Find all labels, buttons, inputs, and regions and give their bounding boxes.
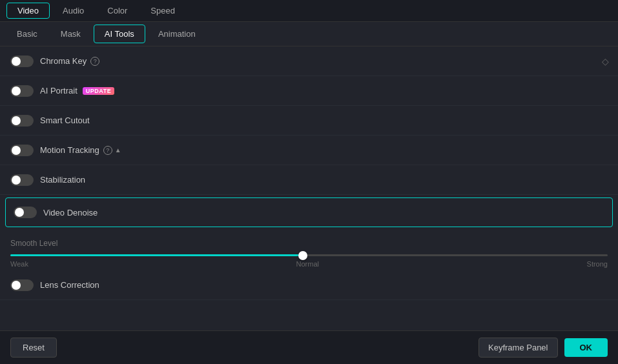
keyframe-panel-button[interactable]: Keyframe Panel (479, 338, 558, 358)
slider-label-strong: Strong (587, 260, 608, 268)
ai-portrait-badge: UPDATE (83, 87, 114, 95)
bottom-right-actions: Keyframe Panel OK (479, 338, 608, 358)
video-denoise-toggle[interactable] (14, 207, 37, 218)
stabilization-row: Stabilization (0, 165, 618, 195)
motion-tracking-toggle[interactable] (10, 145, 34, 156)
subtab-mask[interactable]: Mask (49, 22, 92, 46)
motion-tracking-help-icon[interactable]: ? (103, 146, 112, 155)
subtab-basic[interactable]: Basic (5, 22, 49, 46)
motion-tracking-chevron-icon[interactable]: ▲ (115, 147, 121, 154)
tab-audio[interactable]: Audio (51, 0, 96, 21)
top-tab-bar: Video Audio Color Speed (0, 0, 618, 22)
settings-content: Chroma Key ? ◇ AI Portrait UPDATE Smart … (0, 46, 618, 323)
lens-correction-toggle[interactable] (10, 279, 34, 291)
motion-tracking-label: Motion Tracking (40, 145, 99, 155)
ok-button[interactable]: OK (564, 338, 608, 357)
stabilization-label: Stabilization (40, 175, 85, 185)
lens-correction-label: Lens Correction (40, 280, 99, 290)
stabilization-toggle[interactable] (10, 174, 34, 186)
smart-cutout-label: Smart Cutout (40, 116, 90, 125)
chroma-key-label: Chroma Key (40, 56, 87, 66)
ai-portrait-row: AI Portrait UPDATE (0, 76, 618, 106)
sub-tab-bar: Basic Mask AI Tools Animation (0, 22, 618, 46)
bottom-bar: Reset Keyframe Panel OK (0, 330, 618, 364)
smooth-level-label: Smooth Level (10, 239, 608, 248)
smooth-level-slider[interactable] (10, 254, 608, 256)
ai-portrait-toggle[interactable] (10, 85, 34, 97)
chroma-key-help-icon[interactable]: ? (90, 57, 99, 66)
motion-tracking-row: Motion Tracking ? ▲ (0, 136, 618, 165)
chroma-key-diamond-icon[interactable]: ◇ (602, 56, 609, 66)
subtab-animation[interactable]: Animation (147, 22, 207, 46)
slider-label-weak: Weak (10, 260, 28, 268)
reset-button[interactable]: Reset (10, 338, 57, 358)
smart-cutout-row: Smart Cutout (0, 106, 618, 136)
slider-labels: Weak Normal Strong (10, 260, 608, 268)
smart-cutout-toggle[interactable] (10, 115, 34, 126)
tab-speed[interactable]: Speed (139, 0, 187, 21)
ai-portrait-label: AI Portrait (40, 86, 77, 96)
subtab-ai-tools[interactable]: AI Tools (94, 25, 145, 43)
chroma-key-row: Chroma Key ? ◇ (0, 46, 618, 76)
tab-color[interactable]: Color (96, 0, 139, 21)
video-denoise-label: Video Denoise (43, 208, 98, 217)
tab-video[interactable]: Video (6, 3, 50, 19)
lens-correction-row: Lens Correction (0, 270, 618, 300)
chroma-key-toggle[interactable] (10, 56, 34, 67)
slider-label-normal: Normal (296, 260, 319, 268)
smooth-level-section: Smooth Level Weak Normal Strong (0, 230, 618, 270)
video-denoise-row: Video Denoise (5, 197, 613, 227)
